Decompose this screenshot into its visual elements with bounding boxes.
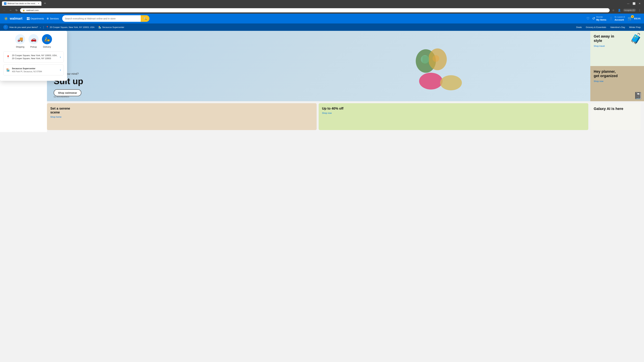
departments-icon bbox=[27, 17, 30, 20]
profile-button[interactable]: 👤 bbox=[617, 8, 622, 12]
incognito-badge: Incognito (2) bbox=[623, 9, 636, 12]
new-tab-button[interactable]: + bbox=[43, 1, 47, 6]
hero-banner: Vacay on your mind? Suit up Shop swimwea… bbox=[47, 31, 590, 101]
serene-card: Set a serene scene Shop home bbox=[47, 103, 317, 130]
center-right: Vacay on your mind? Suit up Shop swimwea… bbox=[47, 31, 644, 132]
reorder-button[interactable]: ↺ Reorder My Items bbox=[592, 16, 606, 21]
store-address: 400 Park Pl, Secaucus, NJ 07094 bbox=[12, 70, 58, 73]
store-chevron-icon: › bbox=[60, 68, 61, 72]
delivery-dropdown: 🚚 Shipping 🚗 Pickup 🛵 Delivery 📍 20 Coop… bbox=[0, 31, 67, 81]
discount-card: Up to 40% off Shop now bbox=[319, 103, 588, 130]
account-label: Account bbox=[614, 18, 625, 21]
svg-point-17 bbox=[432, 55, 439, 62]
window-controls: — ⬜ ✕ bbox=[626, 1, 642, 6]
store-row-icon: 🏪 bbox=[6, 68, 10, 72]
walmart-spark-icon bbox=[3, 16, 9, 21]
refresh-button[interactable]: ↻ bbox=[14, 8, 19, 12]
reorder-text: Reorder My Items bbox=[596, 16, 606, 21]
browser-title-bar: W Walmart has deals on the most... ✕ + —… bbox=[0, 0, 644, 7]
cart-badge: 3 bbox=[631, 15, 634, 18]
bookmark-button[interactable]: ☆ bbox=[611, 8, 616, 12]
heart-icon: ♡ bbox=[586, 16, 590, 20]
divider: | bbox=[43, 25, 44, 29]
main-nav: Departments ⊕ Services bbox=[27, 17, 59, 20]
url-bar[interactable]: 🔒 walmart.com bbox=[20, 8, 610, 12]
account-text: Hi, Lauren D Account bbox=[614, 16, 625, 21]
travel-promo-card: Get away in style Shop travel 🧳 bbox=[590, 31, 644, 66]
serene-card-title: Set a serene scene bbox=[50, 107, 77, 114]
reorder-icon: ↺ bbox=[592, 16, 595, 20]
swimwear-svg bbox=[409, 34, 473, 98]
deals-link[interactable]: Deals bbox=[576, 26, 582, 28]
walmart-logo[interactable]: walmart bbox=[3, 16, 24, 21]
services-icon: ⊕ bbox=[46, 17, 49, 20]
galaxy-title: Galaxy AI is here bbox=[594, 107, 637, 111]
pickup-icon: 🚗 bbox=[28, 34, 38, 44]
store-name: Secaucus Supercenter bbox=[12, 67, 58, 70]
planner-card-title: Hey planner, get organized bbox=[594, 69, 620, 78]
tab-close-button[interactable]: ✕ bbox=[38, 2, 40, 5]
delivery-option[interactable]: 🛵 Delivery bbox=[42, 34, 52, 48]
address-row-text: 20 Cooper Square, New York, NY 10003, US… bbox=[12, 54, 58, 60]
delivery-toggle[interactable]: 🔵 How do you want your items? ⌄ bbox=[3, 25, 41, 29]
search-button[interactable]: 🔍 bbox=[141, 15, 150, 22]
walmart-text: walmart bbox=[10, 16, 22, 20]
back-button[interactable]: ← bbox=[2, 8, 7, 12]
shipping-icon: 🚚 bbox=[15, 34, 25, 44]
extensions-button[interactable]: ⋮ bbox=[637, 8, 642, 12]
search-bar: 🔍 bbox=[62, 15, 150, 22]
store-row[interactable]: 🏪 Secaucus Supercenter 400 Park Pl, Seca… bbox=[3, 64, 64, 75]
bottom-cards-row: Set a serene scene Shop home Up to 40% o… bbox=[47, 101, 644, 132]
shop-home-link[interactable]: Shop home bbox=[50, 116, 313, 118]
departments-nav-item[interactable]: Departments bbox=[27, 17, 44, 20]
delivery-bar: 🔵 How do you want your items? ⌄ | 📍 20 C… bbox=[0, 23, 644, 31]
chevron-down-icon: ⌄ bbox=[40, 26, 41, 28]
cart-button[interactable]: 🛒 3 $32.91 bbox=[628, 16, 641, 21]
discount-card-title: Up to 40% off bbox=[322, 107, 349, 110]
address-chevron-icon: › bbox=[60, 55, 61, 59]
hero-row: Vacay on your mind? Suit up Shop swimwea… bbox=[47, 31, 644, 101]
grocery-link[interactable]: Grocery & Essentials bbox=[586, 26, 606, 28]
search-input[interactable] bbox=[62, 15, 141, 22]
delivery-options: 🚚 Shipping 🚗 Pickup 🛵 Delivery bbox=[3, 34, 64, 48]
winter-prep-link[interactable]: Winter Prep bbox=[629, 26, 641, 28]
search-icon: 🔍 bbox=[144, 17, 147, 20]
wishlist-button[interactable]: ♡ bbox=[586, 16, 590, 20]
user-icon: 👤 bbox=[609, 16, 613, 20]
restore-button[interactable]: ⬜ bbox=[632, 1, 636, 6]
valentines-link[interactable]: Valentine's Day bbox=[610, 26, 625, 28]
account-button[interactable]: 👤 Hi, Lauren D Account bbox=[609, 16, 625, 21]
shop-now-link[interactable]: Shop now bbox=[322, 112, 585, 114]
walmart-header: walmart Departments ⊕ Services 🔍 ♡ bbox=[0, 13, 644, 23]
url-text: walmart.com bbox=[26, 9, 39, 11]
pickup-option[interactable]: 🚗 Pickup bbox=[28, 34, 38, 48]
close-button[interactable]: ✕ bbox=[637, 1, 642, 6]
forward-button[interactable]: → bbox=[8, 8, 13, 12]
planner-promo-card: Hey planner, get organized Shop now 📓 bbox=[590, 66, 644, 101]
minimize-button[interactable]: — bbox=[626, 1, 630, 6]
shop-travel-link[interactable]: Shop travel bbox=[594, 45, 641, 47]
cart-icon: 🛒 3 bbox=[628, 16, 632, 21]
hero-cta-button[interactable]: Shop swimwear bbox=[54, 89, 81, 96]
location-pin-icon: 📍 bbox=[46, 26, 49, 28]
store-text: Secaucus Supercenter bbox=[102, 26, 124, 28]
browser-chrome: W Walmart has deals on the most... ✕ + —… bbox=[0, 0, 644, 13]
shop-planner-link[interactable]: Shop now bbox=[594, 80, 641, 82]
cart-price: $32.91 bbox=[634, 17, 641, 20]
tab-title: Walmart has deals on the most... bbox=[8, 2, 37, 5]
address-row[interactable]: 📍 20 Cooper Square, New York, NY 10003, … bbox=[3, 51, 64, 62]
page-wrapper: walmart Departments ⊕ Services 🔍 ♡ bbox=[0, 13, 644, 132]
browser-tab-active[interactable]: W Walmart has deals on the most... ✕ bbox=[2, 1, 42, 6]
delivery-label: Delivery bbox=[43, 45, 51, 48]
luggage-icon: 🧳 bbox=[630, 32, 642, 44]
services-nav-item[interactable]: ⊕ Services bbox=[46, 17, 59, 20]
address-item[interactable]: 📍 20 Cooper Square, New York, NY 10003, … bbox=[46, 26, 94, 28]
delivery-toggle-icon: 🔵 bbox=[3, 25, 8, 29]
notebook-icon: 📓 bbox=[634, 92, 642, 99]
how-label: How do you want your items? bbox=[10, 26, 38, 28]
address-text: 20 Cooper Square, New York, NY 10003, US… bbox=[50, 26, 94, 28]
store-item[interactable]: 🏪 Secaucus Supercenter bbox=[98, 26, 124, 28]
hi-label: Hi, Lauren D bbox=[614, 16, 625, 18]
delivery-icon: 🛵 bbox=[42, 34, 52, 44]
shipping-option[interactable]: 🚚 Shipping bbox=[15, 34, 25, 48]
